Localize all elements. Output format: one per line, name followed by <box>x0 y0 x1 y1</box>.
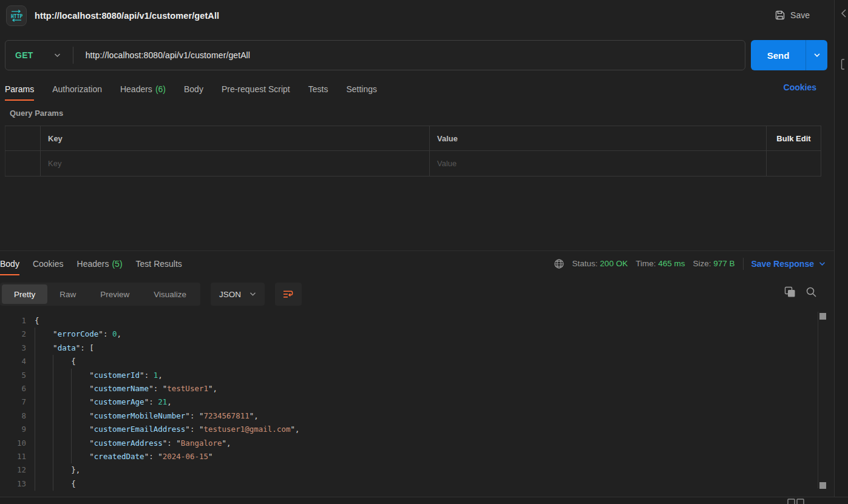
wrap-lines-button[interactable] <box>275 283 302 306</box>
code-line: 13{ <box>0 477 813 491</box>
line-number: 2 <box>0 328 26 341</box>
key-column-header: Key <box>40 126 429 150</box>
line-number: 5 <box>0 369 26 382</box>
code-line: 4{ <box>0 355 813 368</box>
save-icon <box>775 10 785 21</box>
view-mode-segment: PrettyRawPreviewVisualize <box>0 283 200 306</box>
param-key-input[interactable]: Key <box>40 151 429 176</box>
send-options-button[interactable] <box>806 40 827 70</box>
line-number: 11 <box>0 450 26 463</box>
request-tab-settings[interactable]: Settings <box>346 77 377 101</box>
right-sidebar-strip <box>834 0 848 497</box>
line-number: 8 <box>0 409 26 423</box>
request-tab-pre-request-script[interactable]: Pre-request Script <box>222 77 290 101</box>
line-number: 6 <box>0 382 26 395</box>
send-button-group: Send <box>751 40 827 70</box>
line-number: 3 <box>0 341 26 355</box>
value-column-header: Value <box>429 126 766 150</box>
code-line: 12}, <box>0 463 813 477</box>
chevron-down-icon <box>54 53 61 58</box>
response-tab-cookies[interactable]: Cookies <box>33 251 64 276</box>
line-number: 1 <box>0 314 26 328</box>
view-tab-preview[interactable]: Preview <box>88 284 141 304</box>
code-line: 7"customerAge": 21, <box>0 395 813 409</box>
table-header-row: Key Value Bulk Edit <box>5 126 821 150</box>
request-header: HTTP http://localhost:8080/api/v1/custom… <box>0 0 834 32</box>
search-button[interactable] <box>806 286 817 298</box>
time-badge: Time: 465 ms <box>636 259 685 268</box>
method-label: GET <box>15 50 33 60</box>
table-row: Key Value <box>5 150 821 176</box>
bottom-status-strip <box>0 497 848 504</box>
status-badge: Status: 200 OK <box>572 259 628 268</box>
code-line: 11"createdDate": "2024-06-15" <box>0 450 813 463</box>
size-badge: Size: 977 B <box>693 259 734 268</box>
wrap-lines-icon <box>283 289 294 299</box>
param-value-input[interactable]: Value <box>429 151 766 176</box>
code-line: 5"customerId": 1, <box>0 369 813 382</box>
request-tab-authorization[interactable]: Authorization <box>52 77 102 101</box>
code-line: 3"data": [ <box>0 341 813 355</box>
request-tabs: ParamsAuthorizationHeaders(6)BodyPre-req… <box>5 77 377 101</box>
save-button[interactable]: Save <box>771 7 813 23</box>
row-select-cell <box>5 151 40 176</box>
code-line: 6"customerName": "testUser1", <box>0 382 813 395</box>
save-response-button[interactable]: Save Response <box>751 259 826 269</box>
line-number: 12 <box>0 463 26 477</box>
request-tab-params[interactable]: Params <box>5 77 34 101</box>
row-bulk-cell <box>766 151 821 176</box>
query-params-table: Key Value Bulk Edit Key Value <box>5 126 821 176</box>
app-window: HTTP http://localhost:8080/api/v1/custom… <box>0 0 848 504</box>
request-tab-body[interactable]: Body <box>184 77 203 101</box>
view-tab-visualize[interactable]: Visualize <box>141 284 198 304</box>
network-globe-icon <box>554 258 565 269</box>
response-tab-test-results[interactable]: Test Results <box>136 251 182 276</box>
response-tabs: BodyCookiesHeaders(5)Test Results <box>0 251 182 276</box>
url-bar: GET http://localhost:8080/api/v1/custome… <box>5 40 745 70</box>
query-params-title: Query Params <box>10 109 63 118</box>
format-label: JSON <box>219 290 241 299</box>
response-body-code: 1{2"errorCode": 0,3"data": [4{5"customer… <box>0 314 813 491</box>
method-selector[interactable]: GET <box>5 41 73 70</box>
select-column-header <box>5 126 40 150</box>
code-panel-icon[interactable] <box>841 58 848 70</box>
line-number: 4 <box>0 355 26 368</box>
format-selector[interactable]: JSON <box>211 283 265 306</box>
code-line: 2"errorCode": 0, <box>0 328 813 341</box>
view-tab-raw[interactable]: Raw <box>47 284 88 304</box>
response-actions <box>784 286 817 298</box>
code-line: 9"customerEmailAddress": "testuser1@gmai… <box>0 423 813 436</box>
http-request-icon: HTTP <box>6 5 27 26</box>
svg-text:HTTP: HTTP <box>11 14 22 19</box>
line-number: 7 <box>0 395 26 409</box>
url-input[interactable]: http://localhost:8080/api/v1/customer/ge… <box>73 50 745 60</box>
line-number: 10 <box>0 437 26 450</box>
send-button[interactable]: Send <box>751 40 806 70</box>
divider <box>743 258 744 270</box>
request-panel: HTTP http://localhost:8080/api/v1/custom… <box>0 0 834 497</box>
view-tab-pretty[interactable]: Pretty <box>2 284 47 304</box>
layout-panels-icon[interactable] <box>787 499 804 504</box>
comments-icon[interactable] <box>841 8 848 19</box>
response-tab-body[interactable]: Body <box>0 251 19 276</box>
line-number: 9 <box>0 423 26 436</box>
code-line: 8"customerMobileNumber": "7234567811", <box>0 409 813 423</box>
cookies-link[interactable]: Cookies <box>784 82 816 92</box>
overview-ruler <box>818 312 818 488</box>
request-title: http://localhost:8080/api/v1/customer/ge… <box>35 11 219 21</box>
copy-button[interactable] <box>784 286 796 298</box>
line-number: 13 <box>0 477 26 491</box>
request-tab-headers[interactable]: Headers(6) <box>120 77 166 101</box>
response-tab-headers[interactable]: Headers(5) <box>77 251 123 276</box>
bulk-edit-button[interactable]: Bulk Edit <box>766 126 821 150</box>
response-view-toolbar: PrettyRawPreviewVisualize JSON <box>0 283 302 306</box>
response-meta: Status: 200 OK Time: 465 ms Size: 977 B … <box>554 251 826 276</box>
code-line: 10"customerAddress": "Bangalore", <box>0 437 813 450</box>
save-label: Save <box>790 10 810 20</box>
request-tab-tests[interactable]: Tests <box>308 77 328 101</box>
scrollbar-thumb-top[interactable] <box>819 313 826 320</box>
code-line: 1{ <box>0 314 813 328</box>
scrollbar-thumb-bottom[interactable] <box>819 482 826 489</box>
